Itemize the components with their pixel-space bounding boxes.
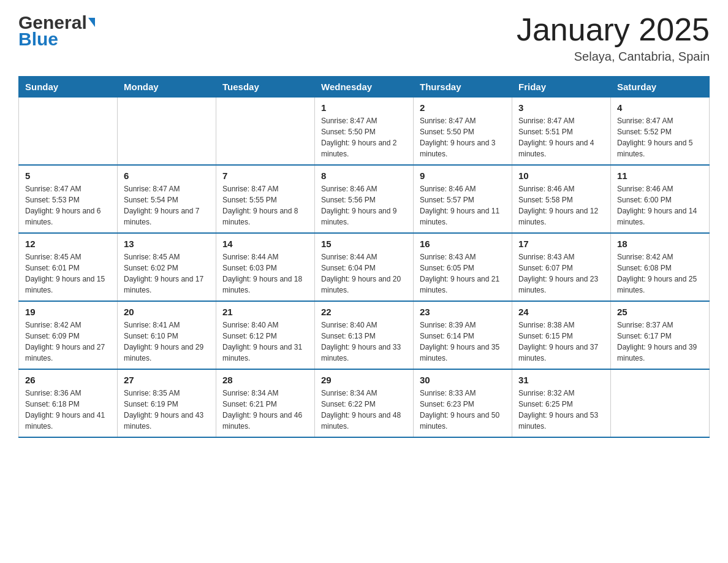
day-number: 14 — [222, 239, 308, 249]
logo-triangle-icon — [88, 18, 95, 27]
day-info: Sunrise: 8:42 AM Sunset: 6:08 PM Dayligh… — [617, 251, 703, 296]
day-info: Sunrise: 8:33 AM Sunset: 6:23 PM Dayligh… — [420, 388, 506, 432]
header-friday: Friday — [512, 77, 611, 98]
title-area: January 2025 Selaya, Cantabria, Spain — [517, 12, 710, 64]
calendar-day-12: 12Sunrise: 8:45 AM Sunset: 6:01 PM Dayli… — [19, 233, 118, 301]
calendar-day-9: 9Sunrise: 8:46 AM Sunset: 5:57 PM Daylig… — [414, 165, 512, 233]
day-number: 16 — [420, 239, 506, 249]
calendar-day-16: 16Sunrise: 8:43 AM Sunset: 6:05 PM Dayli… — [414, 233, 512, 301]
day-number: 20 — [124, 307, 210, 317]
calendar-day-7: 7Sunrise: 8:47 AM Sunset: 5:55 PM Daylig… — [216, 165, 315, 233]
calendar-day-13: 13Sunrise: 8:45 AM Sunset: 6:02 PM Dayli… — [118, 233, 216, 301]
calendar-day-2: 2Sunrise: 8:47 AM Sunset: 5:50 PM Daylig… — [414, 98, 512, 166]
header-sunday: Sunday — [19, 77, 118, 98]
day-info: Sunrise: 8:43 AM Sunset: 6:07 PM Dayligh… — [518, 251, 604, 296]
logo-blue: Blue — [18, 29, 58, 49]
calendar-day-3: 3Sunrise: 8:47 AM Sunset: 5:51 PM Daylig… — [512, 98, 611, 166]
calendar-week-row: 5Sunrise: 8:47 AM Sunset: 5:53 PM Daylig… — [19, 165, 710, 233]
day-info: Sunrise: 8:47 AM Sunset: 5:50 PM Dayligh… — [420, 115, 506, 159]
day-number: 25 — [617, 307, 703, 317]
day-number: 18 — [617, 239, 703, 249]
day-info: Sunrise: 8:47 AM Sunset: 5:53 PM Dayligh… — [25, 183, 111, 228]
day-info: Sunrise: 8:46 AM Sunset: 5:58 PM Dayligh… — [518, 183, 604, 228]
day-number: 3 — [518, 102, 604, 113]
day-number: 12 — [25, 239, 111, 249]
calendar-day-11: 11Sunrise: 8:46 AM Sunset: 6:00 PM Dayli… — [611, 165, 710, 233]
day-number: 10 — [518, 170, 604, 181]
day-number: 24 — [518, 307, 604, 317]
day-info: Sunrise: 8:42 AM Sunset: 6:09 PM Dayligh… — [25, 320, 111, 364]
day-number: 30 — [420, 375, 506, 385]
day-info: Sunrise: 8:41 AM Sunset: 6:10 PM Dayligh… — [124, 320, 210, 364]
day-info: Sunrise: 8:44 AM Sunset: 6:03 PM Dayligh… — [222, 251, 308, 296]
calendar-day-18: 18Sunrise: 8:42 AM Sunset: 6:08 PM Dayli… — [611, 233, 710, 301]
day-number: 11 — [617, 170, 703, 181]
day-info: Sunrise: 8:46 AM Sunset: 5:57 PM Dayligh… — [420, 183, 506, 228]
calendar-empty-cell — [611, 369, 710, 437]
day-info: Sunrise: 8:47 AM Sunset: 5:54 PM Dayligh… — [124, 183, 210, 228]
day-info: Sunrise: 8:47 AM Sunset: 5:50 PM Dayligh… — [321, 115, 407, 159]
calendar-day-22: 22Sunrise: 8:40 AM Sunset: 6:13 PM Dayli… — [315, 301, 414, 369]
day-info: Sunrise: 8:40 AM Sunset: 6:12 PM Dayligh… — [222, 320, 308, 364]
calendar-day-15: 15Sunrise: 8:44 AM Sunset: 6:04 PM Dayli… — [315, 233, 414, 301]
day-number: 1 — [321, 102, 407, 113]
day-info: Sunrise: 8:37 AM Sunset: 6:17 PM Dayligh… — [617, 320, 703, 364]
day-info: Sunrise: 8:44 AM Sunset: 6:04 PM Dayligh… — [321, 251, 407, 296]
calendar-day-25: 25Sunrise: 8:37 AM Sunset: 6:17 PM Dayli… — [611, 301, 710, 369]
day-number: 13 — [124, 239, 210, 249]
day-info: Sunrise: 8:47 AM Sunset: 5:51 PM Dayligh… — [518, 115, 604, 159]
month-year-title: January 2025 — [517, 12, 710, 47]
day-number: 6 — [124, 170, 210, 181]
day-number: 2 — [420, 102, 506, 113]
calendar-empty-cell — [216, 98, 315, 166]
calendar-day-23: 23Sunrise: 8:39 AM Sunset: 6:14 PM Dayli… — [414, 301, 512, 369]
calendar-day-5: 5Sunrise: 8:47 AM Sunset: 5:53 PM Daylig… — [19, 165, 118, 233]
day-number: 27 — [124, 375, 210, 385]
calendar-day-19: 19Sunrise: 8:42 AM Sunset: 6:09 PM Dayli… — [19, 301, 118, 369]
calendar-day-24: 24Sunrise: 8:38 AM Sunset: 6:15 PM Dayli… — [512, 301, 611, 369]
day-info: Sunrise: 8:45 AM Sunset: 6:02 PM Dayligh… — [124, 251, 210, 296]
day-info: Sunrise: 8:47 AM Sunset: 5:52 PM Dayligh… — [617, 115, 703, 159]
calendar-day-10: 10Sunrise: 8:46 AM Sunset: 5:58 PM Dayli… — [512, 165, 611, 233]
logo: General Blue — [18, 12, 95, 48]
day-info: Sunrise: 8:40 AM Sunset: 6:13 PM Dayligh… — [321, 320, 407, 364]
calendar-header-row: SundayMondayTuesdayWednesdayThursdayFrid… — [19, 77, 710, 98]
day-info: Sunrise: 8:38 AM Sunset: 6:15 PM Dayligh… — [518, 320, 604, 364]
location-subtitle: Selaya, Cantabria, Spain — [517, 50, 710, 64]
calendar-day-26: 26Sunrise: 8:36 AM Sunset: 6:18 PM Dayli… — [19, 369, 118, 437]
header-wednesday: Wednesday — [315, 77, 414, 98]
day-info: Sunrise: 8:47 AM Sunset: 5:55 PM Dayligh… — [222, 183, 308, 228]
day-number: 23 — [420, 307, 506, 317]
header-thursday: Thursday — [414, 77, 512, 98]
calendar-day-17: 17Sunrise: 8:43 AM Sunset: 6:07 PM Dayli… — [512, 233, 611, 301]
calendar-day-8: 8Sunrise: 8:46 AM Sunset: 5:56 PM Daylig… — [315, 165, 414, 233]
day-number: 8 — [321, 170, 407, 181]
day-info: Sunrise: 8:43 AM Sunset: 6:05 PM Dayligh… — [420, 251, 506, 296]
day-number: 7 — [222, 170, 308, 181]
day-number: 9 — [420, 170, 506, 181]
day-number: 21 — [222, 307, 308, 317]
calendar-day-14: 14Sunrise: 8:44 AM Sunset: 6:03 PM Dayli… — [216, 233, 315, 301]
day-number: 26 — [25, 375, 111, 385]
calendar-day-31: 31Sunrise: 8:32 AM Sunset: 6:25 PM Dayli… — [512, 369, 611, 437]
day-info: Sunrise: 8:45 AM Sunset: 6:01 PM Dayligh… — [25, 251, 111, 296]
header-monday: Monday — [118, 77, 216, 98]
day-number: 22 — [321, 307, 407, 317]
calendar-day-6: 6Sunrise: 8:47 AM Sunset: 5:54 PM Daylig… — [118, 165, 216, 233]
header-saturday: Saturday — [611, 77, 710, 98]
day-info: Sunrise: 8:34 AM Sunset: 6:21 PM Dayligh… — [222, 388, 308, 432]
page-header: General Blue January 2025 Selaya, Cantab… — [18, 12, 710, 64]
day-number: 29 — [321, 375, 407, 385]
day-number: 28 — [222, 375, 308, 385]
day-info: Sunrise: 8:36 AM Sunset: 6:18 PM Dayligh… — [25, 388, 111, 432]
calendar-day-1: 1Sunrise: 8:47 AM Sunset: 5:50 PM Daylig… — [315, 98, 414, 166]
day-number: 31 — [518, 375, 604, 385]
calendar-day-21: 21Sunrise: 8:40 AM Sunset: 6:12 PM Dayli… — [216, 301, 315, 369]
calendar-day-27: 27Sunrise: 8:35 AM Sunset: 6:19 PM Dayli… — [118, 369, 216, 437]
calendar-day-20: 20Sunrise: 8:41 AM Sunset: 6:10 PM Dayli… — [118, 301, 216, 369]
day-number: 19 — [25, 307, 111, 317]
calendar-table: SundayMondayTuesdayWednesdayThursdayFrid… — [18, 76, 710, 438]
header-tuesday: Tuesday — [216, 77, 315, 98]
calendar-day-4: 4Sunrise: 8:47 AM Sunset: 5:52 PM Daylig… — [611, 98, 710, 166]
day-info: Sunrise: 8:39 AM Sunset: 6:14 PM Dayligh… — [420, 320, 506, 364]
